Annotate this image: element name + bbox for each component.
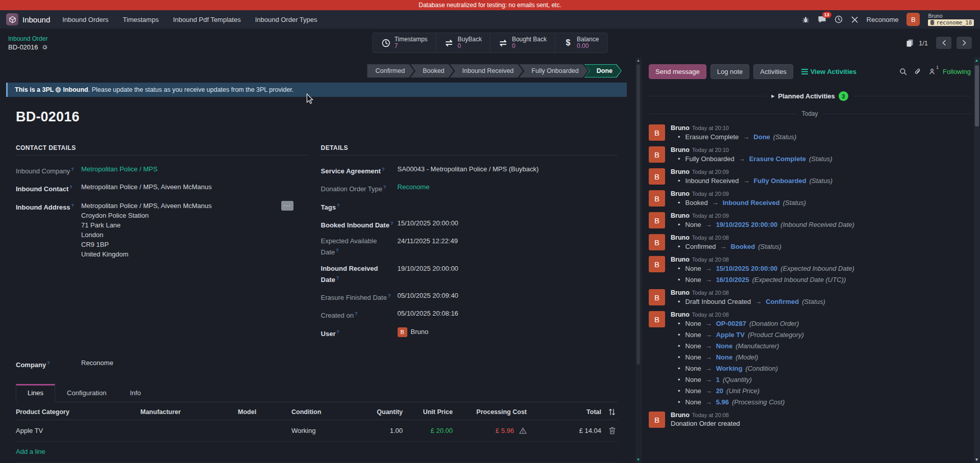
nav-item-timestamps[interactable]: Timestamps <box>123 16 159 23</box>
company-value[interactable]: Reconome <box>81 358 618 370</box>
user-avatar[interactable]: B <box>906 13 920 26</box>
tab-info[interactable]: Info <box>118 384 153 402</box>
tab-configuration[interactable]: Configuration <box>55 384 118 402</box>
add-a-line-link[interactable]: Add a line <box>16 442 618 463</box>
message-avatar[interactable]: B <box>649 234 665 250</box>
log-note-button[interactable]: Log note <box>710 64 750 79</box>
chatter-scroll-thumb[interactable] <box>975 65 979 126</box>
search-messages-icon[interactable] <box>899 68 907 75</box>
stat-button-timestamps[interactable]: Timestamps7 <box>373 33 436 53</box>
bug-icon[interactable] <box>802 16 810 23</box>
message-avatar[interactable]: B <box>649 168 665 185</box>
field-value-user[interactable]: BBruno <box>398 327 618 339</box>
pager-next-button[interactable] <box>957 37 972 49</box>
cell-product-category[interactable]: Apple TV <box>16 420 140 441</box>
field-value-inbound-company[interactable]: Metropolitan Police / MPS <box>81 165 308 176</box>
company-switcher[interactable]: Reconome <box>867 16 899 23</box>
message-avatar[interactable]: B <box>649 124 665 141</box>
gear-icon[interactable] <box>41 44 48 50</box>
column-header-model[interactable]: Model <box>238 403 291 420</box>
message-avatar[interactable]: B <box>649 289 665 305</box>
field-value-erasure-finished-date[interactable]: 05/10/2025 20:09:40 <box>398 291 618 302</box>
field-value-inbound-contact[interactable]: Metropolitan Police / MPS, Aiveen McManu… <box>81 183 308 194</box>
message-author[interactable]: Bruno <box>671 212 690 219</box>
message-avatar[interactable]: B <box>649 311 665 327</box>
message-author[interactable]: Bruno <box>671 146 690 153</box>
stat-button-bought-back[interactable]: Bought Back0 <box>491 33 555 53</box>
nav-item-inbound-orders[interactable]: Inbound Orders <box>62 16 108 23</box>
form-scroll-thumb[interactable] <box>636 64 640 365</box>
cell-model[interactable] <box>238 424 291 438</box>
field-value-service-agreement[interactable]: SA00043 - Metropolitan Police / MPS (Buy… <box>398 165 618 176</box>
field-value-created-on[interactable]: 05/10/2025 20:08:16 <box>398 309 618 320</box>
tab-lines[interactable]: Lines <box>16 384 55 402</box>
delete-row-icon[interactable] <box>603 420 618 441</box>
scroll-up-icon[interactable]: ▲ <box>635 58 641 63</box>
nav-item-inbound-order-types[interactable]: Inbound Order Types <box>255 16 317 23</box>
field-value-expected-available-date[interactable]: 24/11/2025 12:22:49 <box>398 237 618 257</box>
tools-icon[interactable] <box>851 16 859 23</box>
scroll-down-icon[interactable]: ▼ <box>635 457 641 462</box>
message-avatar[interactable]: B <box>649 256 665 272</box>
message-avatar[interactable]: B <box>649 212 665 228</box>
message-author[interactable]: Bruno <box>671 124 690 132</box>
planned-activities-row[interactable]: ▶ Planned Activities 3 <box>649 91 971 101</box>
column-header-quantity[interactable]: Quantity <box>349 403 405 420</box>
message-author[interactable]: Bruno <box>671 190 690 197</box>
internal-link-button[interactable]: ··· <box>281 201 293 211</box>
message-avatar[interactable]: B <box>649 190 665 207</box>
link-value[interactable]: Metropolitan Police / MPS <box>81 165 158 173</box>
attachments-icon[interactable] <box>906 39 914 47</box>
message-author[interactable]: Bruno <box>671 168 690 175</box>
messages-icon[interactable]: 13 <box>818 15 826 23</box>
column-header-condition[interactable]: Condition <box>291 403 349 420</box>
chatter-scroll-up-icon[interactable]: ▲ <box>974 58 979 63</box>
send-message-button[interactable]: Send message <box>649 64 706 79</box>
following-toggle[interactable]: Following <box>943 68 971 75</box>
statusbar-step-confirmed[interactable]: Confirmed <box>367 64 414 78</box>
message-avatar[interactable]: B <box>649 146 665 163</box>
cell-condition[interactable]: Working <box>291 420 349 441</box>
field-value-tags[interactable] <box>398 201 618 212</box>
stat-button-balance[interactable]: $Balance0.00 <box>555 33 607 53</box>
view-activities-link[interactable]: View Activities <box>801 68 856 75</box>
user-menu[interactable]: Bruno reconome_18 <box>928 13 974 26</box>
adjust-columns-icon[interactable] <box>603 403 618 420</box>
stat-button-buyback[interactable]: BuyBack0 <box>436 33 491 53</box>
column-header-manufacturer[interactable]: Manufacturer <box>140 403 238 420</box>
statusbar-step-booked[interactable]: Booked <box>410 64 453 78</box>
message-author[interactable]: Bruno <box>671 289 690 296</box>
column-header-unit-price[interactable]: Unit Price <box>405 403 455 420</box>
table-row[interactable]: Apple TVWorking1.00£ 20.00£ 5.96£ 14.04 <box>16 420 618 442</box>
field-value-inbound-address[interactable]: Metropolitan Police / MPS, Aiveen McManu… <box>81 201 308 259</box>
chatter-scroll-down-icon[interactable]: ▼ <box>974 457 979 462</box>
message-author[interactable]: Bruno <box>671 234 690 241</box>
inbound-app-icon[interactable] <box>6 13 18 25</box>
attachment-icon[interactable] <box>914 68 921 75</box>
column-header-total[interactable]: Total <box>529 403 603 420</box>
column-header-product-category[interactable]: Product Category <box>16 403 140 420</box>
app-menu-button[interactable]: Inbound <box>22 15 50 24</box>
followers-icon[interactable]: 1 <box>928 68 936 75</box>
statusbar-step-fully-onboarded[interactable]: Fully Onboarded <box>519 64 587 78</box>
column-header-processing-cost[interactable]: Processing Cost <box>455 403 529 420</box>
activities-button[interactable]: Activities <box>753 64 793 79</box>
cell-manufacturer[interactable] <box>140 424 238 438</box>
statusbar-step-done[interactable]: Done <box>584 64 622 78</box>
message-author[interactable]: Bruno <box>671 256 690 263</box>
field-value-inbound-received-date[interactable]: 19/10/2025 20:00:00 <box>398 264 618 285</box>
breadcrumb-parent-link[interactable]: Inbound Order <box>8 35 48 42</box>
cell-quantity[interactable]: 1.00 <box>349 420 405 441</box>
field-value-booked-inbound-date[interactable]: 15/10/2025 20:00:00 <box>398 219 618 230</box>
form-scrollbar[interactable]: ▲ ▼ <box>635 57 641 463</box>
message-author[interactable]: Bruno <box>671 411 690 419</box>
cell-unit-price[interactable]: £ 20.00 <box>405 420 455 441</box>
statusbar-step-inbound-received[interactable]: Inbound Received <box>450 64 523 78</box>
message-author[interactable]: Bruno <box>671 311 690 318</box>
nav-item-inbound-pdf-templates[interactable]: Inbound Pdf Templates <box>173 16 241 23</box>
link-value[interactable]: Reconome <box>398 183 430 191</box>
message-avatar[interactable]: B <box>649 411 665 428</box>
activities-clock-icon[interactable] <box>835 15 843 23</box>
chatter-scrollbar[interactable]: ▲ ▼ <box>974 57 980 463</box>
cell-processing-cost[interactable]: £ 5.96 <box>455 420 529 441</box>
